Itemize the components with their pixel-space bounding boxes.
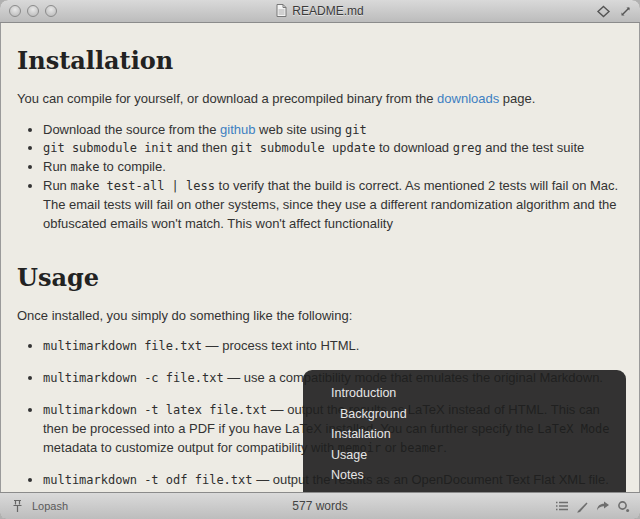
paragraph: Once installed, you simply do something … [17, 307, 623, 326]
list-item: git submodule init and then git submodul… [43, 139, 623, 158]
toc-item-notes[interactable]: Notes [331, 465, 626, 486]
installation-link[interactable]: downloads [437, 91, 499, 106]
section-heading: Usage [17, 264, 623, 293]
window-controls [9, 5, 57, 17]
toc-item-introduction[interactable]: Introduction [331, 383, 626, 404]
list-item: Download the source from the github web … [43, 121, 623, 140]
inline-code: multimarkdown -t latex file.txt [43, 403, 267, 417]
inline-code: git submodule update [231, 141, 376, 155]
document-icon [276, 4, 287, 17]
minimize-button[interactable] [27, 5, 39, 17]
zoom-button[interactable] [45, 5, 57, 17]
list-item: multimarkdown file.txt — process text in… [43, 337, 623, 356]
bullet-list: Download the source from the github web … [17, 121, 623, 234]
settings-icon[interactable] [617, 500, 630, 513]
toc-item-background[interactable]: Background [331, 404, 626, 425]
inline-code: make [70, 160, 99, 174]
pen-icon[interactable] [576, 500, 589, 513]
installation-link[interactable]: github [220, 122, 255, 137]
inline-code: make test-all | less [70, 179, 215, 193]
list-item: Run make test-all | less to verify that … [43, 177, 623, 234]
toc-list-icon[interactable] [555, 500, 569, 512]
list-item: Run make to compile. [43, 158, 623, 177]
toc-item-installation[interactable]: Installation [331, 424, 626, 445]
close-button[interactable] [9, 5, 21, 17]
inline-code: greg [453, 141, 482, 155]
doc-section-installation: InstallationYou can compile for yourself… [17, 47, 623, 234]
pin-label: Lopash [32, 500, 68, 512]
status-bar: Lopash 577 words [0, 492, 640, 519]
word-count: 577 words [0, 499, 640, 513]
inline-code: multimarkdown -t odf file.txt [43, 473, 253, 487]
paragraph: You can compile for yourself, or downloa… [17, 90, 623, 109]
inline-code: multimarkdown -c file.txt [43, 371, 224, 385]
inline-code: git submodule init [43, 141, 173, 155]
toc-item-usage[interactable]: Usage [331, 445, 626, 466]
code-toggle-icon[interactable] [596, 5, 611, 18]
toc-popup: IntroductionBackgroundInstallationUsageN… [303, 370, 626, 492]
share-icon[interactable] [596, 500, 610, 512]
fullscreen-icon[interactable] [619, 5, 632, 18]
title-bar[interactable]: README.md [0, 0, 640, 23]
window-title: README.md [292, 4, 363, 18]
pin-icon[interactable] [12, 499, 23, 513]
markdown-preview[interactable]: InstallationYou can compile for yourself… [0, 23, 640, 492]
inline-code: multimarkdown file.txt [43, 339, 202, 353]
app-window: README.md InstallationYou can compile fo… [0, 0, 640, 519]
inline-code: git [345, 123, 367, 137]
section-heading: Installation [17, 47, 623, 76]
